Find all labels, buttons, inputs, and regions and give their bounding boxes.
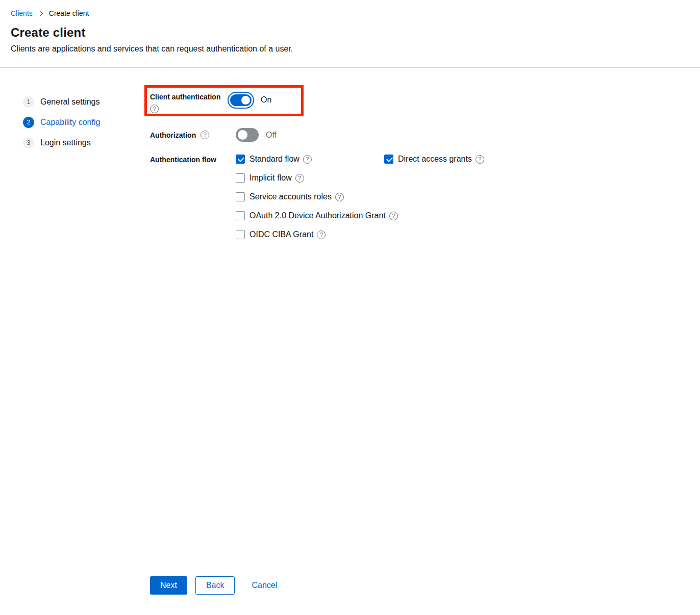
authentication-flow-option: OAuth 2.0 Device Authorization Grant ? xyxy=(236,211,484,220)
step-label: General settings xyxy=(40,97,100,107)
annotation-rectangle: Client authentication ? On xyxy=(144,85,304,116)
wizard-step[interactable]: 1 General settings xyxy=(0,92,137,112)
wizard-step[interactable]: 2 Capability config xyxy=(0,112,137,133)
client-authentication-label-group: Client authentication ? xyxy=(150,93,228,113)
question-circle-icon[interactable]: ? xyxy=(389,212,398,220)
client-authentication-toggle[interactable] xyxy=(228,92,254,109)
question-circle-icon[interactable]: ? xyxy=(295,174,304,183)
question-circle-icon[interactable]: ? xyxy=(317,230,326,239)
authentication-flow-option: Service accounts roles ? xyxy=(236,192,484,201)
next-button[interactable]: Next xyxy=(150,576,187,595)
question-circle-icon[interactable]: ? xyxy=(201,131,209,139)
authentication-flow-label: Authentication flow xyxy=(150,156,216,164)
breadcrumb-current: Create client xyxy=(49,9,89,17)
toggle-knob xyxy=(238,130,247,140)
flow-checkbox[interactable] xyxy=(236,211,245,220)
page-title: Create client xyxy=(11,25,688,40)
authentication-flow-options: Standard flow ? Direct access grants ? I… xyxy=(236,154,484,239)
toggle-knob xyxy=(241,96,250,105)
flow-checkbox-label[interactable]: Standard flow xyxy=(249,155,299,164)
authentication-flow-option: Implicit flow ? xyxy=(236,173,384,183)
authentication-flow-option: Direct access grants ? xyxy=(384,154,484,164)
flow-checkbox[interactable] xyxy=(236,230,245,239)
authentication-flow-option: Standard flow ? xyxy=(236,154,384,164)
flow-checkbox[interactable] xyxy=(236,173,245,183)
toggle-on-track xyxy=(230,94,252,106)
page-subtitle: Clients are applications and services th… xyxy=(11,44,688,54)
breadcrumb: Clients Create client xyxy=(11,9,688,17)
client-authentication-state: On xyxy=(261,95,271,105)
question-circle-icon[interactable]: ? xyxy=(476,155,484,164)
authorization-group: Authorization ? Off xyxy=(150,128,680,142)
flow-checkbox[interactable] xyxy=(384,155,393,164)
wizard-step[interactable]: 3 Login settings xyxy=(0,133,137,153)
authentication-flow-option: OIDC CIBA Grant ? xyxy=(236,229,484,239)
step-number-badge: 3 xyxy=(23,137,34,148)
page-header: Clients Create client Create client Clie… xyxy=(0,0,700,68)
authentication-flow-group: Authentication flow Standard flow ? Dire… xyxy=(150,154,680,239)
step-number-badge: 2 xyxy=(23,117,34,128)
question-circle-icon[interactable]: ? xyxy=(303,155,312,164)
step-number-badge: 1 xyxy=(23,96,34,108)
authorization-label: Authorization xyxy=(150,131,196,139)
step-label: Login settings xyxy=(40,138,91,147)
back-button[interactable]: Back xyxy=(195,576,235,595)
authorization-state: Off xyxy=(266,131,277,140)
flow-checkbox-label[interactable]: Direct access grants xyxy=(398,155,472,164)
capability-config-form: Client authentication ? On Authorization… xyxy=(137,68,700,607)
wizard-nav: 1 General settings 2 Capability config 3… xyxy=(0,68,137,607)
question-circle-icon[interactable]: ? xyxy=(150,105,159,113)
breadcrumb-link-clients[interactable]: Clients xyxy=(11,9,33,17)
flow-checkbox[interactable] xyxy=(236,155,245,164)
question-circle-icon[interactable]: ? xyxy=(335,193,344,201)
flow-checkbox-label[interactable]: OAuth 2.0 Device Authorization Grant xyxy=(249,211,386,220)
flow-checkbox-label[interactable]: Service accounts roles xyxy=(249,192,332,201)
wizard-content: 1 General settings 2 Capability config 3… xyxy=(0,68,700,607)
wizard-actions: Next Back Cancel xyxy=(150,576,680,595)
chevron-right-icon xyxy=(38,11,43,16)
flow-checkbox-label[interactable]: Implicit flow xyxy=(249,173,292,183)
authorization-toggle[interactable] xyxy=(236,128,259,142)
cancel-button[interactable]: Cancel xyxy=(252,576,277,595)
client-authentication-label: Client authentication xyxy=(150,93,228,101)
flow-checkbox-label[interactable]: OIDC CIBA Grant xyxy=(249,230,313,239)
step-label: Capability config xyxy=(40,118,100,127)
flow-checkbox[interactable] xyxy=(236,192,245,201)
